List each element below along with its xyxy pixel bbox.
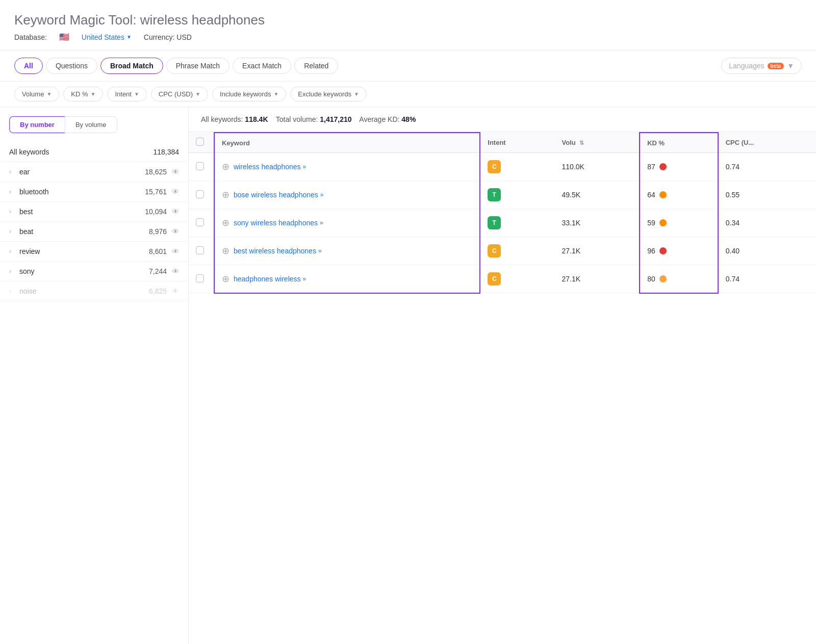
table-row: ⊕ best wireless headphones » C27.1K 96 0… — [189, 237, 816, 265]
sidebar-count: 7,244 — [149, 267, 167, 275]
table-area: All keywords: 118.4K Total volume: 1,417… — [189, 107, 816, 644]
tab-broad-match[interactable]: Broad Match — [100, 58, 163, 74]
row-checkbox[interactable] — [196, 274, 204, 282]
sidebar-item-best[interactable]: › best 10,094 👁 — [0, 202, 188, 222]
row-checkbox[interactable] — [196, 246, 204, 254]
sidebar-label: bluetooth — [19, 188, 145, 196]
volume-cell: 33.1K — [555, 209, 640, 237]
include-keywords-label: Include keywords — [220, 90, 271, 98]
kd-value: 59 — [647, 219, 655, 227]
languages-label: Languages — [729, 62, 764, 70]
eye-icon[interactable]: 👁 — [172, 168, 179, 176]
kd-value-group: 96 — [647, 247, 710, 255]
double-arrow-icon: » — [303, 163, 307, 170]
all-keywords-label: All keywords — [9, 148, 49, 156]
kd-filter[interactable]: KD % ▼ — [63, 87, 103, 101]
sidebar-item-bluetooth[interactable]: › bluetooth 15,761 👁 — [0, 182, 188, 202]
languages-button[interactable]: Languages beta ▼ — [721, 58, 802, 74]
kd-dot — [659, 191, 667, 198]
sidebar-toggle: By number By volume — [9, 116, 179, 133]
row-checkbox-cell — [189, 237, 214, 265]
col-kd: KD % — [640, 133, 718, 153]
eye-icon[interactable]: 👁 — [172, 208, 179, 216]
add-keyword-button[interactable]: ⊕ — [222, 273, 230, 285]
all-keywords-count: 118,384 — [153, 148, 179, 156]
beta-badge: beta — [768, 63, 784, 69]
add-keyword-button[interactable]: ⊕ — [222, 189, 230, 200]
page-wrapper: Keyword Magic Tool: wireless headphones … — [0, 0, 816, 644]
add-keyword-button[interactable]: ⊕ — [222, 217, 230, 228]
select-all-checkbox[interactable] — [196, 138, 204, 146]
volume-cell: 27.1K — [555, 265, 640, 293]
kd-value: 96 — [647, 247, 655, 255]
flag-icon: 🇺🇸 — [59, 32, 69, 42]
table-row: ⊕ wireless headphones » C110.0K 87 0.74 — [189, 153, 816, 181]
keyword-link[interactable]: wireless headphones » — [234, 163, 306, 171]
sidebar-item-ear[interactable]: › ear 18,625 👁 — [0, 162, 188, 182]
sidebar-item-sony[interactable]: › sony 7,244 👁 — [0, 262, 188, 281]
chevron-down-icon: ▼ — [126, 34, 132, 40]
intent-cell: C — [480, 237, 554, 265]
chevron-down-icon: ▼ — [273, 91, 278, 97]
toggle-by-volume[interactable]: By volume — [65, 116, 117, 133]
row-checkbox[interactable] — [196, 218, 204, 226]
intent-cell: T — [480, 209, 554, 237]
keyword-link[interactable]: sony wireless headphones » — [234, 219, 323, 227]
exclude-keywords-filter[interactable]: Exclude keywords ▼ — [290, 87, 367, 101]
eye-icon[interactable]: 👁 — [172, 247, 179, 255]
include-keywords-filter[interactable]: Include keywords ▼ — [212, 87, 286, 101]
eye-icon[interactable]: 👁 — [172, 267, 179, 275]
tab-related[interactable]: Related — [294, 58, 338, 74]
volume-filter[interactable]: Volume ▼ — [14, 87, 59, 101]
row-checkbox-cell — [189, 153, 214, 181]
cpc-cell: 0.74 — [718, 265, 816, 293]
add-keyword-button[interactable]: ⊕ — [222, 161, 230, 172]
keyword-link[interactable]: best wireless headphones » — [234, 247, 322, 255]
database-link[interactable]: United States ▼ — [82, 33, 132, 41]
title-label: Keyword Magic Tool: — [14, 12, 136, 28]
col-volume[interactable]: Volu ⇅ — [555, 133, 640, 153]
chevron-down-icon: ▼ — [46, 91, 52, 97]
intent-filter[interactable]: Intent ▼ — [107, 87, 146, 101]
header-meta: Database: 🇺🇸 United States ▼ Currency: U… — [14, 32, 802, 42]
sidebar-item-beat[interactable]: › beat 8,976 👁 — [0, 222, 188, 242]
eye-icon[interactable]: 👁 — [172, 287, 179, 295]
sidebar-label: beat — [19, 227, 149, 236]
double-arrow-icon: » — [303, 275, 307, 282]
cpc-filter-label: CPC (USD) — [159, 90, 193, 98]
sidebar-count: 6,825 — [149, 287, 167, 295]
sidebar-item-noise[interactable]: › noise 6,825 👁 — [0, 281, 188, 301]
sidebar-label: best — [19, 208, 145, 216]
stats-all-keywords-value: 118.4K — [245, 115, 268, 123]
row-checkbox-cell — [189, 209, 214, 237]
database-value: United States — [82, 33, 124, 41]
kd-cell: 59 — [640, 209, 718, 237]
sidebar-label: noise — [19, 287, 149, 295]
sidebar-count: 8,601 — [149, 247, 167, 255]
eye-icon[interactable]: 👁 — [172, 188, 179, 196]
kd-dot — [659, 219, 667, 226]
eye-icon[interactable]: 👁 — [172, 227, 179, 236]
toggle-by-number[interactable]: By number — [9, 116, 65, 133]
kd-cell: 64 — [640, 181, 718, 209]
tab-exact-match[interactable]: Exact Match — [233, 58, 291, 74]
kd-value-group: 80 — [647, 275, 710, 283]
chevron-right-icon: › — [9, 168, 14, 175]
tab-phrase-match[interactable]: Phrase Match — [166, 58, 230, 74]
keyword-link[interactable]: headphones wireless » — [234, 275, 306, 283]
cpc-cell: 0.55 — [718, 181, 816, 209]
cpc-cell: 0.40 — [718, 237, 816, 265]
chevron-right-icon: › — [9, 228, 14, 235]
tab-all[interactable]: All — [14, 58, 43, 74]
table-stats: All keywords: 118.4K Total volume: 1,417… — [189, 107, 816, 132]
keyword-link[interactable]: bose wireless headphones » — [234, 191, 323, 199]
row-checkbox[interactable] — [196, 162, 204, 170]
row-checkbox[interactable] — [196, 190, 204, 198]
sidebar-item-review[interactable]: › review 8,601 👁 — [0, 242, 188, 262]
add-keyword-button[interactable]: ⊕ — [222, 245, 230, 256]
sidebar-label: review — [19, 247, 149, 255]
kd-value-group: 64 — [647, 191, 710, 199]
intent-badge: T — [488, 188, 501, 201]
tab-questions[interactable]: Questions — [46, 58, 97, 74]
cpc-filter[interactable]: CPC (USD) ▼ — [151, 87, 208, 101]
